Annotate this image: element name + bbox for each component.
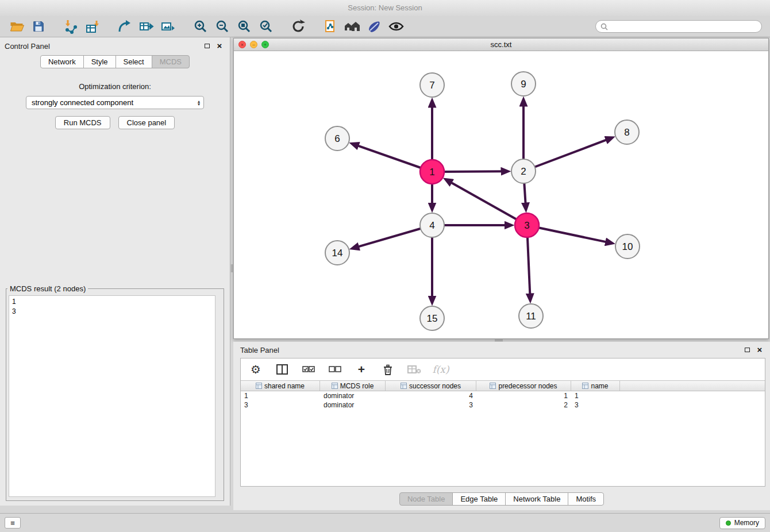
table-cell[interactable]: 2 [476,400,571,410]
edge-2-8[interactable] [523,140,606,171]
status-bar: ≡ Memory [0,513,770,532]
apply-style-icon[interactable] [365,18,383,35]
import-network-icon[interactable] [61,18,80,35]
clone-network-icon[interactable] [321,18,340,35]
add-column-icon[interactable]: + [355,363,368,376]
float-panel-icon[interactable] [202,41,211,51]
table-body: 1dominator4113dominator323 [241,391,765,410]
table-tab-motifs[interactable]: Motifs [568,492,604,506]
delete-table-icon [407,363,421,376]
column-header-MCDS-role[interactable]: MCDS role [320,381,386,391]
show-panels-button[interactable]: ≡ [5,517,21,529]
open-file-icon[interactable] [7,18,26,35]
table-row[interactable]: 1dominator411 [241,391,765,400]
first-neighbors-icon[interactable] [343,18,361,35]
table-tab-edge-table[interactable]: Edge Table [452,492,506,506]
deselect-all-icon[interactable] [328,363,342,376]
mcds-result-group: MCDS result (2 nodes) 1 3 [6,284,224,501]
column-header-shared-name[interactable]: shared name [241,381,320,391]
table-cell[interactable]: 4 [386,391,476,400]
tab-mcds[interactable]: MCDS [152,55,190,68]
main-toolbar [0,16,770,37]
control-panel-tabs: NetworkStyleSelectMCDS [0,55,230,68]
column-sort-icon [332,383,338,389]
tab-network[interactable]: Network [40,55,84,68]
table-cell[interactable]: 3 [386,400,476,410]
application-window: Session: New Session [0,0,770,532]
table-panel-title: Table Panel [240,346,279,354]
table-cell[interactable]: 3 [241,400,320,410]
table-cell[interactable]: 3 [571,400,620,410]
node-table: ⚙ [240,358,765,487]
node-label-14: 14 [332,248,343,259]
save-session-icon[interactable] [29,18,48,35]
close-panel-button[interactable]: Close panel [118,116,175,129]
close-table-panel-icon[interactable]: × [755,345,764,354]
table-tab-node-table[interactable]: Node Table [399,492,453,506]
maximize-window-icon[interactable]: + [261,41,269,48]
float-table-panel-icon[interactable] [742,345,752,354]
column-header-name[interactable]: name [571,381,620,391]
select-all-checked-icon[interactable] [302,363,315,376]
split-column-icon[interactable] [275,363,289,376]
column-sort-icon [582,383,588,389]
zoom-selected-icon[interactable] [257,18,275,35]
node-label-1: 1 [429,167,434,178]
zoom-fit-icon[interactable] [235,18,253,35]
delete-column-icon[interactable] [381,363,395,376]
table-cell[interactable]: dominator [320,391,386,400]
import-table-icon[interactable] [83,18,102,35]
node-label-11: 11 [526,311,536,322]
table-tab-network-table[interactable]: Network Table [505,492,568,506]
column-sort-icon [256,383,262,389]
column-header-successor-nodes[interactable]: successor nodes [386,381,476,391]
table-cell[interactable]: 1 [241,391,320,400]
search-input[interactable] [611,22,757,30]
window-title: Session: New Session [348,3,422,12]
node-label-4: 4 [429,220,434,231]
network-canvas[interactable]: 7968124314101511 [234,51,768,338]
criterion-dropdown-value: strongly connected component [32,98,198,107]
node-label-6: 6 [334,133,340,144]
minimize-window-icon[interactable]: − [250,41,257,48]
window-titlebar: Session: New Session [0,0,770,16]
show-hide-icon[interactable] [387,18,405,35]
tab-style[interactable]: Style [83,55,116,68]
network-graph: 7968124314101511 [234,51,768,338]
node-label-7: 7 [429,80,434,91]
mcds-result-title: MCDS result (2 nodes) [7,284,88,293]
export-table-icon[interactable] [137,18,156,35]
tab-select[interactable]: Select [116,55,152,68]
gear-icon[interactable]: ⚙ [249,363,263,376]
node-label-3: 3 [524,220,529,231]
dropdown-stepper-icon: ▴▾ [198,100,200,106]
column-sort-icon [490,383,496,389]
refresh-layout-icon[interactable] [289,18,307,35]
network-window-title: scc.txt [491,40,512,49]
zoom-in-icon[interactable] [191,18,210,35]
table-tabs: Node TableEdge TableNetwork TableMotifs [233,492,770,506]
edge-3-1[interactable] [451,183,527,225]
close-window-icon[interactable]: × [238,41,246,48]
memory-button[interactable]: Memory [719,517,765,529]
zoom-out-icon[interactable] [213,18,232,35]
run-mcds-button[interactable]: Run MCDS [55,116,110,129]
table-cell[interactable]: dominator [320,400,386,410]
column-header-predecessor-nodes[interactable]: predecessor nodes [476,381,571,391]
network-view-window: × − + scc.txt 7968124314101511 [233,38,769,339]
export-image-icon[interactable] [159,18,178,35]
search-icon [600,23,608,30]
criterion-dropdown[interactable]: strongly connected component ▴▾ [26,96,204,109]
control-panel: Control Panel × NetworkStyleSelectMCDS O… [0,37,230,506]
close-panel-icon[interactable]: × [215,41,224,51]
table-cell[interactable]: 1 [571,391,620,400]
mcds-result-text[interactable]: 1 3 [9,295,215,497]
table-row[interactable]: 3dominator323 [241,400,765,410]
search-field[interactable] [595,20,762,33]
node-label-10: 10 [622,241,633,252]
list-icon: ≡ [10,519,15,527]
table-cell[interactable]: 1 [476,391,571,400]
node-label-8: 8 [624,127,629,138]
optimization-criterion-label: Optimization criterion: [0,82,230,91]
export-network-icon[interactable] [116,18,134,35]
